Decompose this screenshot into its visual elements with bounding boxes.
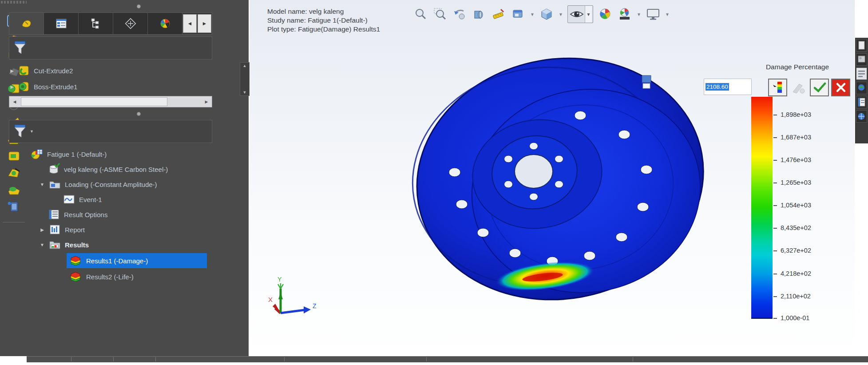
legend-tick-label: 8,435e+02 xyxy=(781,224,843,231)
dropdown-icon[interactable]: ▼ xyxy=(585,6,592,23)
feature-tree-vscrollbar[interactable]: ▲ ▼ xyxy=(240,62,250,96)
results-folder-icon xyxy=(48,238,61,251)
legend-tick-label: 1,476e+03 xyxy=(781,156,843,163)
section-view-icon[interactable] xyxy=(472,7,487,22)
dropdown-icon[interactable]: ▼ xyxy=(530,12,535,17)
task-pane-explorer-icon[interactable] xyxy=(856,82,867,94)
dropdown-icon[interactable]: ▼ xyxy=(637,12,641,17)
triad-z-label: Z xyxy=(313,302,317,309)
shell-icon[interactable] xyxy=(4,182,23,197)
tree-item-part[interactable]: velg kaleng (-ASME Carbon Steel-) xyxy=(47,162,242,177)
result-options-icon xyxy=(47,208,60,221)
tab-displaymanager[interactable] xyxy=(148,13,182,34)
task-pane-resources-icon[interactable] xyxy=(856,39,867,52)
color-scale-button[interactable] xyxy=(768,79,787,96)
scroll-left-icon[interactable]: ◄ xyxy=(9,96,20,107)
legend-tick xyxy=(773,228,777,229)
report-icon xyxy=(48,223,61,236)
chevron-down-icon[interactable]: ▼ xyxy=(39,242,45,247)
task-pane-active-tab[interactable] xyxy=(856,67,867,80)
task-pane-library-icon[interactable] xyxy=(856,53,867,66)
tree-item-report[interactable]: ▶ Report xyxy=(39,222,230,237)
tree-item-results1-selected[interactable]: Results1 (-Damage-) xyxy=(67,253,207,268)
previous-view-icon[interactable] xyxy=(452,7,467,22)
chevron-right-icon[interactable]: ▶ xyxy=(9,68,15,73)
measure-icon[interactable] xyxy=(491,7,506,22)
tree-item-boss-extrude1[interactable]: ▶ Boss-Extrude1 xyxy=(9,79,212,94)
cancel-button[interactable] xyxy=(831,79,850,96)
chevron-down-icon[interactable]: ▼ xyxy=(39,182,45,187)
tree-item-results2[interactable]: Results2 (-Life-) xyxy=(67,269,207,284)
tab-propertymanager[interactable] xyxy=(44,13,79,34)
tab-scroll-right-button[interactable]: ► xyxy=(198,14,211,33)
filter-icon xyxy=(13,40,28,56)
legend-tick-label: 1,054e+03 xyxy=(781,202,843,209)
chamfer-icon[interactable] xyxy=(4,165,23,180)
orientation-triad: X Y Z xyxy=(266,274,323,325)
chevron-right-icon[interactable]: ▶ xyxy=(9,84,15,89)
dropdown-icon[interactable]: ▼ xyxy=(559,12,563,17)
feature-tree-hscrollbar[interactable]: ◄ ► xyxy=(9,96,212,107)
tab-featuremanager[interactable] xyxy=(9,13,44,34)
legend-tick-label: 4,218e+02 xyxy=(781,270,843,277)
legend-tick xyxy=(773,318,777,319)
zoom-to-fit-icon[interactable] xyxy=(413,7,428,22)
tab-configurationmanager[interactable] xyxy=(79,13,113,34)
tab-scroll-left-button[interactable]: ◄ xyxy=(183,14,197,33)
viewport-note-icon[interactable] xyxy=(641,75,652,90)
scroll-right-icon[interactable]: ► xyxy=(201,96,212,107)
wheel-model[interactable] xyxy=(396,49,725,324)
panel-splitter-grip[interactable] xyxy=(137,4,141,8)
tree-item-label: Results1 (-Damage-) xyxy=(86,257,148,265)
model-name-line: Model name: velg kaleng xyxy=(267,7,380,16)
status-divider xyxy=(426,357,427,361)
tree-item-results-folder[interactable]: ▼ Results xyxy=(39,237,230,252)
tree-item-cut-extrude2[interactable]: ▶ Cut-Extrude2 xyxy=(9,63,212,78)
study-tree-filter[interactable]: ▼ xyxy=(9,120,212,143)
task-pane-forum-icon[interactable] xyxy=(856,110,867,123)
chevron-right-icon[interactable]: ▶ xyxy=(39,227,45,232)
tree-item-result-options[interactable]: Result Options xyxy=(47,207,238,222)
plot-info-block: Model name: velg kaleng Study name: Fati… xyxy=(267,7,380,34)
heads-up-toolbar: ▼ ▼ ▼ ▼ ▼ xyxy=(413,5,670,23)
scroll-up-icon[interactable]: ▲ xyxy=(243,63,247,68)
tree-item-fatigue-study[interactable]: Fatigue 1 (-Default-) xyxy=(30,147,239,162)
view-settings-icon[interactable] xyxy=(646,7,661,22)
study-name-line: Study name: Fatigue 1(-Default-) xyxy=(267,16,380,25)
hscroll-thumb[interactable] xyxy=(21,97,167,106)
status-divider xyxy=(284,357,285,361)
scroll-down-icon[interactable]: ▼ xyxy=(243,90,247,95)
legend-color-bar xyxy=(751,97,773,319)
arrow-right-icon: ► xyxy=(202,20,207,27)
toolbar-grip[interactable] xyxy=(1,1,27,4)
linear-pattern-icon[interactable] xyxy=(4,199,23,214)
fatigue-study-icon xyxy=(30,148,44,160)
accept-button[interactable] xyxy=(810,79,829,96)
damage-plot-icon xyxy=(68,254,83,267)
legend-max-input[interactable]: 2108.60 xyxy=(704,79,752,95)
fillet-icon[interactable] xyxy=(4,148,23,163)
filter-dropdown-icon[interactable]: ▼ xyxy=(30,129,34,134)
legend-max-value: 2108.60 xyxy=(705,83,729,91)
tab-dimxpertmanager[interactable] xyxy=(113,13,148,34)
apply-scene-icon[interactable] xyxy=(617,7,632,22)
status-divider xyxy=(71,357,71,361)
zoom-to-area-icon[interactable] xyxy=(432,7,448,22)
tree-item-label: velg kaleng (-ASME Carbon Steel-) xyxy=(64,166,168,173)
feature-tree-filter[interactable] xyxy=(9,36,212,60)
display-style-icon[interactable] xyxy=(539,7,554,22)
tree-item-loading[interactable]: ▼ Loading (-Constant Amplitude-) xyxy=(39,177,242,192)
edit-appearance-icon[interactable] xyxy=(598,7,613,22)
boss-extrude-icon xyxy=(18,81,30,92)
task-pane-properties-icon[interactable] xyxy=(856,96,867,108)
view-orientation-icon[interactable] xyxy=(511,7,526,22)
solidworks-window: 3D xyxy=(0,0,868,365)
tree-item-event1[interactable]: Event-1 xyxy=(62,192,240,207)
hide-show-items-pressed[interactable]: ▼ xyxy=(567,5,593,23)
status-divider xyxy=(633,357,633,361)
dropdown-icon[interactable]: ▼ xyxy=(665,12,670,17)
status-divider xyxy=(155,357,156,361)
tree-splitter-grip[interactable] xyxy=(137,112,141,116)
legend-tick-label: 1,265e+03 xyxy=(781,179,843,186)
cut-extrude-icon xyxy=(18,65,30,76)
